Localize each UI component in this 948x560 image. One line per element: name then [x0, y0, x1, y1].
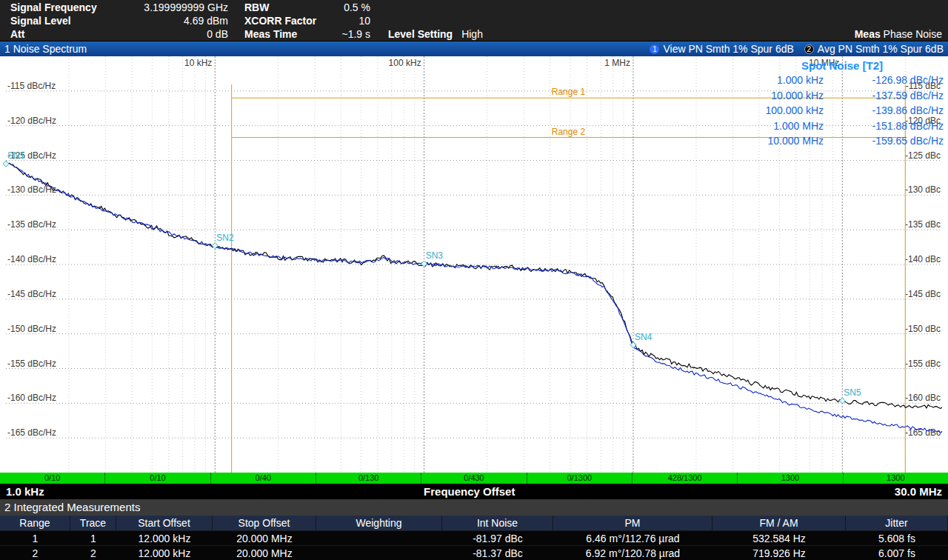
y-axis-label-left: -165 dBc/Hz	[7, 427, 56, 438]
y-axis-label-left: -150 dBc/Hz	[7, 324, 56, 334]
phase-noise-analyzer-screen: Signal Frequency3.199999999 GHz Signal L…	[0, 0, 948, 560]
trace1-legend-label: View PN Smth 1% Spur 6dB	[663, 43, 793, 55]
cell-weighting[interactable]	[316, 531, 442, 546]
table-row[interactable]: 1 1 12.000 kHz 20.000 MHz -81.97 dBc 6.4…	[0, 530, 948, 545]
y-axis-label-left: -145 dBc/Hz	[7, 289, 56, 299]
meas-label: Meas	[855, 28, 881, 40]
cell-int-noise: -81.37 dBc	[442, 546, 553, 560]
trace2-badge-icon[interactable]: 2	[804, 44, 814, 54]
y-axis-label-right: -160 dBc	[905, 393, 941, 403]
y-axis-label-right: -140 dBc	[905, 254, 941, 264]
y-axis-label-left: -115 dBc/Hz	[7, 81, 56, 91]
col-header-jitter: Jitter	[846, 516, 948, 530]
xcorr-factor-value[interactable]: 10	[327, 14, 370, 27]
xcorr-segment: 0/1300	[527, 473, 632, 484]
x-axis-tick-label: 100 kHz	[389, 58, 421, 68]
rbw-row: RBW0.5 %	[244, 1, 370, 14]
att-value[interactable]: 0 dB	[120, 27, 228, 41]
xcorr-segment: 1300	[844, 473, 948, 484]
y-axis-label-right: -155 dBc	[905, 359, 941, 369]
integrated-measurements-title: 2 Integrated Measurements	[4, 501, 140, 513]
xcorr-factor-row: XCORR Factor10	[244, 14, 370, 27]
col-header-trace: Trace	[70, 516, 116, 530]
frequency-offset-label: Frequency Offset	[424, 485, 515, 498]
measurement-settings-header: Signal Frequency3.199999999 GHz Signal L…	[0, 0, 948, 41]
cell-fm-am: 532.584 Hz	[712, 531, 846, 546]
y-axis-label-left: -135 dBc/Hz	[7, 219, 56, 230]
cell-trace: 2	[70, 546, 116, 560]
table-header-row: Range Trace Start Offset Stop Offset Wei…	[0, 516, 948, 530]
y-axis-label-left: -160 dBc/Hz	[7, 393, 56, 403]
spot-noise-marker-label: SN1	[7, 150, 25, 161]
signal-frequency-value[interactable]: 3.199999999 GHz	[120, 1, 228, 14]
noise-spectrum-plot: 10 kHz100 kHz1 MHz10 MHz-115 dBc/Hz-115 …	[0, 56, 948, 473]
meas-value: Phase Noise	[884, 28, 942, 40]
xcorr-segment: 0/10	[105, 473, 210, 484]
spot-noise-marker[interactable]	[3, 161, 9, 167]
signal-level-label: Signal Level	[10, 14, 120, 27]
cell-start-offset[interactable]: 12.000 kHz	[116, 531, 213, 546]
col-header-range: Range	[0, 516, 70, 530]
meas-time-label: Meas Time	[244, 27, 327, 41]
att-row: Att0 dB	[10, 27, 228, 41]
rbw-value[interactable]: 0.5 %	[327, 1, 370, 14]
y-axis-label-left: -155 dBc/Hz	[7, 359, 56, 369]
xcorr-segment: 0/130	[316, 473, 421, 484]
att-label: Att	[10, 27, 120, 41]
cell-jitter: 6.007 fs	[846, 546, 948, 560]
col-header-fm-am: FM / AM	[712, 516, 846, 530]
start-offset-value[interactable]: 1.0 kHz	[6, 485, 44, 498]
signal-frequency-row: Signal Frequency3.199999999 GHz	[10, 1, 228, 14]
xcorr-segment: 0/430	[421, 473, 527, 484]
trace1-badge-icon[interactable]: 1	[650, 44, 659, 54]
xcorr-segment: 0/10	[0, 473, 105, 484]
cell-stop-offset[interactable]: 20.000 MHz	[213, 546, 316, 560]
cell-jitter: 5.608 fs	[846, 531, 948, 546]
trace-legend: 1 View PN Smth 1% Spur 6dB 2 Avg PN Smth…	[650, 43, 944, 55]
signal-level-value[interactable]: 4.69 dBm	[120, 14, 228, 27]
level-setting-value[interactable]: High	[461, 28, 483, 40]
spot-noise-marker-label: SN5	[844, 387, 861, 398]
y-axis-label-right: -145 dBc	[905, 289, 941, 299]
col-header-stop-offset: Stop Offset	[213, 516, 316, 530]
cell-stop-offset[interactable]: 20.000 MHz	[213, 531, 316, 546]
cell-weighting[interactable]	[316, 546, 442, 560]
cell-fm-am: 719.926 Hz	[712, 546, 846, 560]
y-axis-label-right: -165 dBc	[905, 427, 941, 438]
y-axis-label-right: -150 dBc	[905, 324, 941, 334]
noise-spectrum-titlebar[interactable]: 1 Noise Spectrum 1 View PN Smth 1% Spur …	[0, 41, 948, 56]
rbw-label: RBW	[244, 1, 327, 14]
noise-spectrum-title: 1 Noise Spectrum	[4, 43, 87, 55]
meas-time-value[interactable]: ~1.9 s	[327, 27, 370, 41]
spot-noise-marker-label: SN4	[635, 332, 652, 342]
cell-pm: 6.92 m°/120.78 µrad	[553, 546, 712, 560]
col-header-start-offset: Start Offset	[116, 516, 213, 530]
y-axis-label-right: -125 dBc	[905, 150, 941, 161]
meas-mode-indicator: Meas Phase Noise	[855, 27, 942, 41]
table-row[interactable]: 2 2 12.000 kHz 20.000 MHz -81.37 dBc 6.9…	[0, 545, 948, 560]
range-label: Range 2	[552, 127, 586, 137]
cell-range: 2	[0, 546, 70, 560]
stop-offset-value[interactable]: 30.0 MHz	[895, 485, 942, 498]
y-axis-label-right: -130 dBc	[905, 184, 941, 195]
y-axis-label-right: -135 dBc	[905, 219, 941, 230]
trace-1-view	[6, 161, 942, 433]
frequency-axis-bar: 1.0 kHz Frequency Offset 30.0 MHz	[0, 484, 948, 499]
xcorr-progress-bar: 0/10 0/10 0/40 0/130 0/430 0/1300 428/13…	[0, 473, 948, 484]
cell-start-offset[interactable]: 12.000 kHz	[116, 546, 213, 560]
trace-2-avg	[6, 163, 942, 408]
x-axis-tick-label: 10 MHz	[809, 58, 839, 68]
meas-time-row: Meas Time~1.9 s	[244, 27, 370, 41]
xcorr-segment: 0/40	[211, 473, 316, 484]
y-axis-label-right: -120 dBc	[905, 116, 941, 126]
level-setting-row: Level SettingHigh	[388, 27, 483, 41]
x-axis-tick-label: 1 MHz	[604, 58, 630, 68]
integrated-measurements-titlebar[interactable]: 2 Integrated Measurements	[0, 499, 948, 516]
integrated-measurements-table: Range Trace Start Offset Stop Offset Wei…	[0, 516, 948, 560]
level-setting-label: Level Setting	[388, 28, 453, 40]
cell-trace: 1	[70, 531, 116, 546]
xcorr-segment: 1300	[738, 473, 843, 484]
y-axis-label-left: -120 dBc/Hz	[7, 116, 56, 126]
xcorr-factor-label: XCORR Factor	[244, 14, 327, 27]
signal-level-row: Signal Level4.69 dBm	[10, 14, 228, 27]
